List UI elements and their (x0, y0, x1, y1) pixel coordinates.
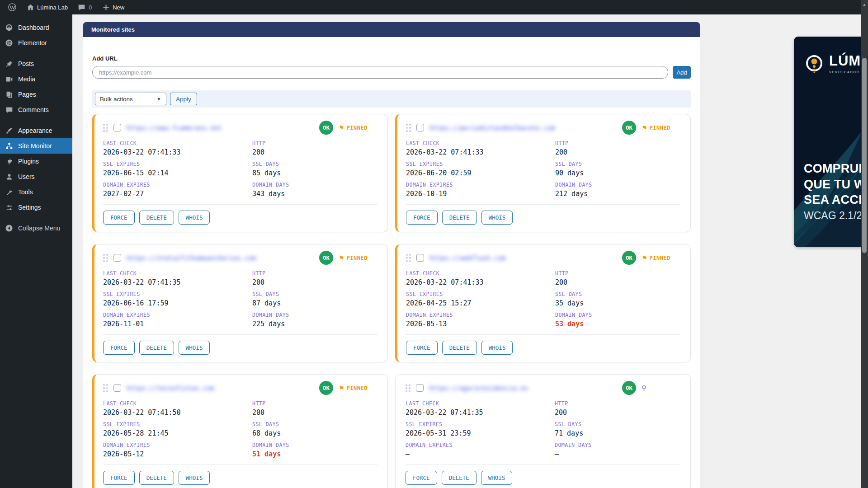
field-label: HTTP (555, 400, 680, 407)
whois-button[interactable]: WHOIS (481, 211, 513, 225)
card-checkbox[interactable] (416, 384, 424, 392)
force-button[interactable]: FORCE (406, 211, 438, 225)
apply-button[interactable]: Apply (170, 93, 197, 105)
whois-button[interactable]: WHOIS (179, 341, 210, 355)
sidebar-item-pages[interactable]: Pages (0, 87, 72, 102)
add-button[interactable]: Add (673, 66, 691, 79)
force-button[interactable]: FORCE (406, 341, 438, 355)
card-checkbox[interactable] (416, 254, 424, 262)
force-button[interactable]: FORCE (103, 211, 135, 225)
field-ssl-expires: SSL EXPIRES 2026-05-31 23:59 (406, 421, 555, 437)
sidebar-item-media[interactable]: Media (0, 71, 72, 87)
field-value: — (555, 450, 680, 458)
sidebar-item-comments[interactable]: Comments (0, 102, 72, 117)
pinned-badge[interactable]: ⚑ PINNED (339, 124, 368, 131)
delete-button[interactable]: DELETE (139, 211, 174, 225)
pinned-badge[interactable]: ⚑ PINNED (339, 254, 368, 262)
pinned-badge[interactable]: ⚑ PINNED (642, 254, 670, 262)
delete-button[interactable]: DELETE (442, 471, 476, 485)
sidebar-item-users[interactable]: Users (0, 169, 72, 184)
card-divider (406, 204, 680, 205)
whois-button[interactable]: WHOIS (179, 211, 210, 225)
force-button[interactable]: FORCE (103, 341, 135, 355)
pin-toggle-icon[interactable]: ⚲ (642, 384, 646, 392)
comments-count: 0 (89, 4, 92, 11)
sidebar-label: Appearance (18, 127, 52, 134)
drag-handle-icon[interactable] (103, 124, 108, 132)
pinned-badge[interactable]: ⚑ PINNED (339, 385, 368, 392)
field-ssl-expires: SSL EXPIRES 2026-05-28 21:45 (103, 421, 252, 437)
scrollbar-thumb[interactable] (862, 58, 867, 253)
field-label: LAST CHECK (406, 270, 555, 277)
field-value: 51 days (252, 450, 377, 458)
plus-icon (102, 3, 110, 11)
sidebar-label: Pages (18, 91, 36, 98)
scrollbar-up-arrow[interactable]: ▲ (862, 2, 867, 7)
sidebar-item-posts[interactable]: Posts (0, 56, 72, 71)
collapse-menu-button[interactable]: Collapse Menu (0, 221, 72, 236)
admin-bar: Lúmina Lab 0 New (0, 0, 861, 14)
site-url-link[interactable]: https://www.fcamerans.net (127, 124, 314, 131)
pinned-badge[interactable]: ⚑ PINNED (642, 124, 670, 131)
field-value: 2026-05-13 (406, 320, 555, 328)
site-url-link[interactable]: https://statusfithomeancherios.com (127, 254, 314, 262)
sidebar-label: Elementor (18, 39, 47, 47)
delete-button[interactable]: DELETE (139, 471, 174, 485)
wordpress-logo-icon[interactable] (5, 0, 20, 14)
field-http: HTTP 200 (252, 140, 377, 156)
sidebar-label: Plugins (18, 158, 39, 165)
settings-icon (5, 203, 14, 212)
force-button[interactable]: FORCE (103, 471, 135, 485)
force-button[interactable]: FORCE (406, 471, 437, 485)
sidebar-item-plugins[interactable]: Plugins (0, 154, 72, 169)
sidebar-item-appearance[interactable]: Appearance (0, 123, 72, 138)
bulk-actions-select[interactable]: Bulk actions ▼ (95, 93, 166, 105)
whois-button[interactable]: WHOIS (481, 341, 513, 355)
sidebar-item-elementor[interactable]: Elementor (0, 35, 72, 51)
page-scrollbar[interactable]: ▲ (861, 0, 868, 488)
whois-button[interactable]: WHOIS (481, 471, 513, 485)
site-url-link[interactable]: https://tecnofistas.com (127, 385, 314, 392)
delete-button[interactable]: DELETE (442, 341, 477, 355)
url-input[interactable] (92, 66, 668, 79)
pin-icon: ⚑ (339, 385, 344, 392)
card-checkbox[interactable] (416, 124, 424, 131)
sidebar-item-tools[interactable]: Tools (0, 184, 72, 200)
status-badge: OK (622, 121, 636, 135)
card-checkbox[interactable] (113, 254, 121, 262)
sidebar-item-site-monitor[interactable]: Site Monitor (0, 138, 72, 154)
pushpin-icon (5, 59, 14, 68)
new-label: New (113, 4, 124, 11)
sidebar-item-settings[interactable]: Settings (0, 200, 72, 215)
whois-button[interactable]: WHOIS (179, 471, 210, 485)
delete-button[interactable]: DELETE (442, 211, 477, 225)
site-url-link[interactable]: https://webflash.com (429, 254, 617, 262)
comments-shortcut[interactable]: 0 (74, 0, 95, 14)
drag-handle-icon[interactable] (406, 124, 411, 132)
pages-icon (5, 90, 14, 99)
field-domain-days: DOMAIN DAYS 212 days (555, 182, 680, 198)
card-checkbox[interactable] (113, 124, 121, 131)
field-value: 2026-11-01 (103, 320, 252, 328)
drag-handle-icon[interactable] (103, 384, 108, 392)
card-checkbox[interactable] (113, 384, 121, 392)
field-last-check: LAST CHECK 2026-03-22 07:41:35 (103, 270, 252, 286)
field-domain-days: DOMAIN DAYS 53 days (555, 312, 680, 328)
field-value: 71 days (555, 429, 680, 437)
site-name-link[interactable]: Lúmina Lab (23, 0, 71, 14)
sidebar-item-dashboard[interactable]: Dashboard (0, 20, 72, 35)
field-label: DOMAIN DAYS (555, 312, 680, 318)
drag-handle-icon[interactable] (406, 254, 411, 262)
card-divider (406, 334, 680, 335)
drag-handle-icon[interactable] (103, 254, 108, 262)
drag-handle-icon[interactable] (406, 384, 410, 392)
site-url-link[interactable]: https://agoraresidencia.es (429, 385, 617, 392)
site-url-link[interactable]: https://periodistasdealbacete.com (429, 124, 617, 131)
new-content-button[interactable]: New (98, 0, 128, 14)
field-label: SSL EXPIRES (406, 161, 555, 167)
sidebar-label: Posts (18, 60, 34, 67)
lumina-ad-banner[interactable]: LÚMINA VERIFICADOR DE ACCESIBILIDAD COMP… (794, 37, 868, 247)
field-label: SSL EXPIRES (103, 161, 252, 167)
field-label: DOMAIN EXPIRES (406, 442, 555, 448)
delete-button[interactable]: DELETE (139, 341, 174, 355)
